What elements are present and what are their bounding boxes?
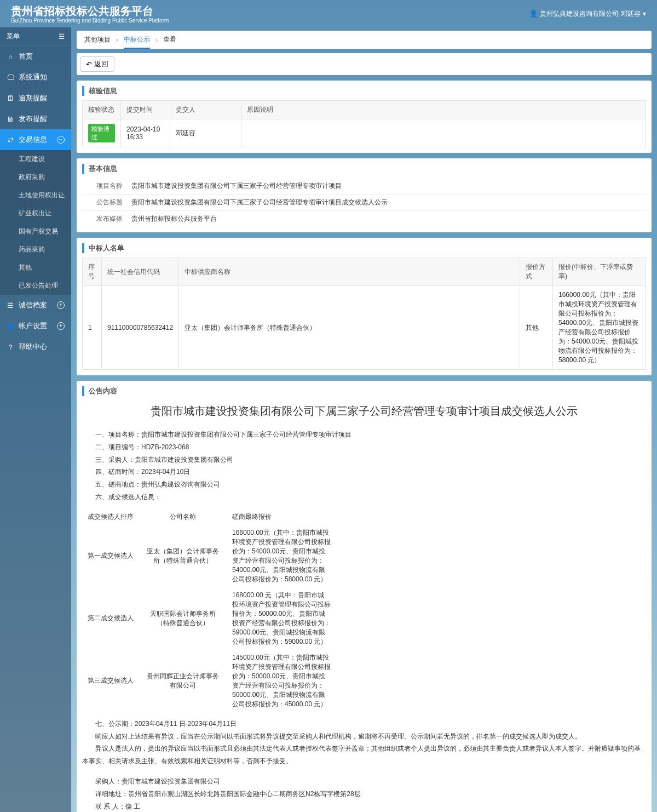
contact-line: 详细地址：贵州省贵阳市观山湖区长岭北路贵阳国际金融中心二期商务区N2栋写字楼第2… <box>82 788 646 800</box>
submenu-item[interactable]: 政府采购 <box>0 168 71 186</box>
th-rank: 成交候选人排序 <box>82 509 139 525</box>
sidebar-item-account[interactable]: 👤帐户设置+ <box>0 316 71 336</box>
value-ann-title: 贵阳市城市建设投资集团有限公司下属三家子公司经营管理专项审计项目成交候选人公示 <box>131 198 646 207</box>
cell-rank: 第一成交候选人 <box>82 525 139 587</box>
submenu-item[interactable]: 已发公告处理 <box>0 277 71 295</box>
value-media: 贵州省招标投标公共服务平台 <box>131 214 646 224</box>
status-badge: 核验通过 <box>88 124 115 142</box>
cell-price: 166000.00元（其中：贵阳市城投环境资产投资管理有限公司投标报价为：540… <box>553 286 646 370</box>
th-time: 提交时间 <box>121 101 170 119</box>
contact-line: 采购人：贵阳市城市建设投资集团有限公司 <box>82 775 646 788</box>
submenu-item[interactable]: 土地使用权出让 <box>0 186 71 204</box>
chevron-down-icon: ▾ <box>643 10 646 18</box>
sidebar-item-home[interactable]: ⌂首页 <box>0 46 71 67</box>
announce-line: 五、磋商地点：贵州弘典建设咨询有限公司 <box>82 478 646 491</box>
th-submitter: 提交人 <box>170 101 241 119</box>
verify-table: 核验状态 提交时间 提交人 原因说明 核验通过 2023-04-10 16:33… <box>82 100 646 147</box>
announce-line: 一、项目名称：贵阳市城市建设投资集团有限公司下属三家子公司经营管理专项审计项目 <box>82 428 646 441</box>
home-icon: ⌂ <box>7 53 14 60</box>
verify-panel: 核验信息 核验状态 提交时间 提交人 原因说明 核验通过 2023-04-10 … <box>77 81 652 153</box>
sidebar-item-notice[interactable]: 🖵系统通知 <box>0 67 71 88</box>
announce-line: 二、项目编号：HDZB-2023-068 <box>82 441 646 454</box>
submenu-item[interactable]: 工程建设 <box>0 150 71 168</box>
th-seq: 序号 <box>83 258 102 286</box>
cell-company: 天职国际会计师事务所（特殊普通合伙） <box>139 587 227 650</box>
list-icon: ☰ <box>7 301 14 309</box>
site-title: 贵州省招标投标公共服务平台 <box>11 4 169 18</box>
panel-title: 基本信息 <box>82 164 646 174</box>
label-media: 发布媒体 <box>82 214 131 224</box>
sidebar-item-integrity[interactable]: ☰诚信档案+ <box>0 295 71 316</box>
sidebar-item-publish[interactable]: 🗎发布提醒 <box>0 108 71 129</box>
table-row: 1 911100000785632412 亚太（集团）会计师事务所（特殊普通合伙… <box>83 286 646 370</box>
announce-main-title: 贵阳市城市建设投资集团有限公司下属三家子公司经营管理专项审计项目成交候选人公示 <box>82 404 646 419</box>
submenu-item[interactable]: 药品采购 <box>0 241 71 259</box>
content: 其他项目 › 中标公示 › 查看 ↶ 返回 核验信息 核验状态 提交时间 提交人… <box>71 27 657 812</box>
table-row: 第三成交候选人 贵州同辉正业会计师事务有限公司 145000.00元（其中：贵阳… <box>82 650 336 712</box>
value-project-name: 贵阳市城市建设投资集团有限公司下属三家子公司经营管理专项审计项目 <box>131 181 646 191</box>
site-subtitle: GuiZhou Province Tendering and Bidding P… <box>11 18 169 24</box>
breadcrumb-sep: › <box>116 36 118 44</box>
announce-line: 三、采购人：贵阳市城市建设投资集团有限公司 <box>82 454 646 466</box>
cell-submitter: 邓廷容 <box>170 119 241 147</box>
winners-panel: 中标人名单 序号 统一社会信用代码 中标供应商名称 报价方式 报价(中标价、下浮… <box>77 238 652 375</box>
submenu-item[interactable]: 其他 <box>0 259 71 277</box>
contact-line: 联 系 人：饶 工 <box>82 800 646 812</box>
announce-note: 异议人是法人的，提出的异议应当以书面形式且必须由其法定代表人或者授权代表签字并盖… <box>82 742 646 768</box>
cell-rank: 第三成交候选人 <box>82 650 139 712</box>
back-icon: ↶ <box>86 60 92 68</box>
breadcrumb: 其他项目 › 中标公示 › 查看 <box>77 31 652 49</box>
submenu-item[interactable]: 国有产权交易 <box>0 222 71 241</box>
table-row: 核验通过 2023-04-10 16:33 邓廷容 <box>83 119 646 147</box>
cell-price: 166000.00元（其中：贵阳市城投环境资产投资管理有限公司投标报价为：540… <box>227 525 336 587</box>
user-menu[interactable]: 👤 贵州弘典建设咨询有限公司-邓廷容 ▾ <box>529 9 646 19</box>
user-icon: 👤 <box>7 322 14 330</box>
cell-time: 2023-04-10 16:33 <box>121 119 170 147</box>
breadcrumb-item[interactable]: 其他项目 <box>84 35 111 44</box>
submenu-trade: 工程建设 政府采购 土地使用权出让 矿业权出让 国有产权交易 药品采购 其他 已… <box>0 150 71 295</box>
submenu-item[interactable]: 矿业权出让 <box>0 204 71 222</box>
th-reason: 原因说明 <box>241 101 646 119</box>
sidebar: 菜单 ☰ ⌂首页 🖵系统通知 🗓逾期提醒 🗎发布提醒 ⇄交易信息− 工程建设 政… <box>0 27 71 812</box>
panel-title: 公告内容 <box>82 386 646 396</box>
cell-price: 145000.00元（其中：贵阳市城投环境资产投资管理有限公司投标报价为：500… <box>227 650 336 712</box>
menu-collapse-icon[interactable]: ☰ <box>59 33 65 41</box>
announce-panel: 公告内容 贵阳市城市建设投资集团有限公司下属三家子公司经营管理专项审计项目成交候… <box>77 381 652 812</box>
help-icon: ? <box>7 343 14 351</box>
header: 贵州省招标投标公共服务平台 GuiZhou Province Tendering… <box>0 0 657 27</box>
exchange-icon: ⇄ <box>7 136 14 144</box>
back-panel: ↶ 返回 <box>77 53 652 75</box>
th-supplier: 中标供应商名称 <box>179 258 520 286</box>
th-code: 统一社会信用代码 <box>102 258 179 286</box>
expand-icon: − <box>57 136 65 144</box>
menu-header: 菜单 ☰ <box>0 27 71 46</box>
monitor-icon: 🖵 <box>7 73 14 81</box>
back-button[interactable]: ↶ 返回 <box>80 56 114 72</box>
cell-supplier: 亚太（集团）会计师事务所（特殊普通合伙） <box>179 286 520 370</box>
calendar-icon: 🗓 <box>7 94 14 102</box>
doc-icon: 🗎 <box>7 115 14 123</box>
sidebar-item-trade[interactable]: ⇄交易信息− <box>0 129 71 150</box>
announce-note: 响应人如对上述结果有异议，应当在公示期间以书面形式将异议提交至采购人和代理机构，… <box>82 730 646 743</box>
sidebar-item-help[interactable]: ?帮助中心 <box>0 336 71 357</box>
table-row: 第二成交候选人 天职国际会计师事务所（特殊普通合伙） 168000.00 元（其… <box>82 587 336 650</box>
announce-line: 六、成交候选人信息： <box>82 491 646 504</box>
breadcrumb-item: 查看 <box>163 35 176 44</box>
cell-rank: 第二成交候选人 <box>82 587 139 650</box>
sidebar-item-overdue[interactable]: 🗓逾期提醒 <box>0 88 71 108</box>
th-company: 公司名称 <box>139 509 227 525</box>
candidate-table: 成交候选人排序 公司名称 磋商最终报价 第一成交候选人 亚太（集团）会计师事务所… <box>82 509 336 712</box>
cell-company: 贵州同辉正业会计师事务有限公司 <box>139 650 227 712</box>
label-project-name: 项目名称 <box>82 181 131 191</box>
user-name: 贵州弘典建设咨询有限公司-邓廷容 <box>540 9 641 19</box>
cell-company: 亚太（集团）会计师事务所（特殊普通合伙） <box>139 525 227 587</box>
cell-code: 911100000785632412 <box>102 286 179 370</box>
basic-panel: 基本信息 项目名称贵阳市城市建设投资集团有限公司下属三家子公司经营管理专项审计项… <box>77 158 652 232</box>
expand-icon: + <box>57 322 65 330</box>
breadcrumb-item[interactable]: 中标公示 <box>124 35 150 49</box>
winners-table: 序号 统一社会信用代码 中标供应商名称 报价方式 报价(中标价、下浮率或费率) … <box>82 258 646 370</box>
announce-period: 七、公示期：2023年04月11 日-2023年04月11日 <box>82 718 646 730</box>
th-price: 磋商最终报价 <box>227 509 336 525</box>
breadcrumb-sep: › <box>155 36 158 44</box>
announce-line: 四、磋商时间：2023年04月10日 <box>82 466 646 478</box>
